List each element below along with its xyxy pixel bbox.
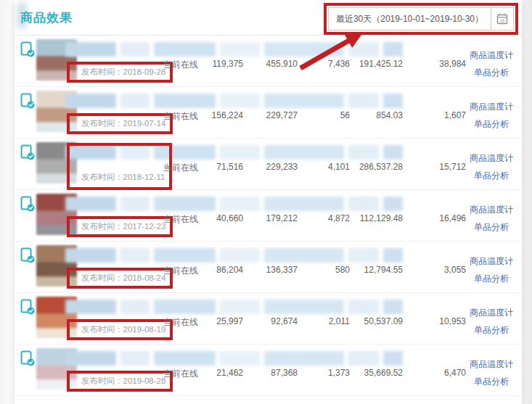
metric-value: 229,233	[241, 162, 298, 172]
product-table: 发布时间：2018-09-28 当前在线 119,375 455,910 7,4…	[15, 36, 522, 396]
product-performance-panel: 商品效果 最近30天（2019-10-01~2019-10-30） 15	[15, 0, 522, 404]
product-title-blurred[interactable]	[65, 197, 403, 211]
publish-date: 发布时间：2019-07-14	[81, 118, 165, 129]
device-check-icon	[20, 350, 35, 366]
product-row: 发布时间：2018-12-11 当前在线 71,516 229,233 4,10…	[15, 139, 522, 190]
link-item-analysis[interactable]: 单品分析	[467, 324, 515, 337]
link-item-analysis[interactable]: 单品分析	[467, 67, 515, 79]
metric-value: 229,727	[241, 110, 298, 120]
product-row: 发布时间：2019-08-19 当前在线 25,997 92,674 2,011…	[15, 293, 522, 345]
product-title-blurred[interactable]	[65, 248, 403, 263]
metric-value: 286,537.28	[332, 162, 403, 172]
product-row: 发布时间：2017-12-23 当前在线 40,660 179,212 4,87…	[15, 190, 522, 242]
device-check-icon	[20, 299, 35, 315]
product-title-blurred[interactable]	[65, 42, 403, 57]
link-item-analysis[interactable]: 单品分析	[467, 273, 515, 285]
device-check-icon	[20, 196, 35, 212]
metric-value: 21,462	[185, 368, 243, 378]
row-actions: 商品温度计 单品分析	[467, 139, 515, 189]
device-check-icon	[20, 41, 35, 57]
calendar-icon[interactable]: 15	[491, 8, 513, 30]
product-title-blurred[interactable]	[65, 300, 403, 314]
row-actions: 商品温度计 单品分析	[467, 293, 515, 344]
annotation-box-date-filter: 最近30天（2019-10-01~2019-10-30） 15	[324, 3, 518, 35]
row-actions: 商品温度计 单品分析	[467, 242, 515, 292]
metric-value: 15,712	[409, 162, 466, 172]
product-row: 发布时间：2019-08-28 当前在线 21,462 87,368 1,373…	[15, 345, 522, 396]
device-check-icon	[20, 93, 35, 109]
metric-value: 3,055	[409, 265, 466, 275]
publish-date: 发布时间：2018-09-28	[81, 67, 165, 78]
metric-value: 35,669.52	[332, 368, 403, 378]
date-range-label[interactable]: 最近30天（2019-10-01~2019-10-30）	[329, 13, 491, 25]
metric-value: 25,997	[185, 316, 243, 326]
page-title: 商品效果	[20, 9, 73, 26]
metric-value: 136,337	[241, 265, 298, 275]
row-actions: 商品温度计 单品分析	[467, 87, 515, 138]
link-product-thermometer[interactable]: 商品温度计	[467, 307, 515, 319]
metric-value: 1,607	[409, 110, 466, 120]
link-item-analysis[interactable]: 单品分析	[467, 170, 515, 182]
link-product-thermometer[interactable]: 商品温度计	[467, 358, 515, 371]
link-product-thermometer[interactable]: 商品温度计	[467, 152, 515, 165]
product-row: 发布时间：2018-08-24 当前在线 86,204 136,337 580 …	[15, 242, 522, 293]
annotation-box-publish-date: 发布时间：2019-08-19	[67, 319, 173, 340]
product-row: 发布时间：2018-09-28 当前在线 119,375 455,910 7,4…	[15, 36, 522, 87]
link-product-thermometer[interactable]: 商品温度计	[467, 101, 515, 113]
publish-date: 发布时间：2018-08-24	[81, 273, 165, 284]
metric-value: 10,953	[409, 316, 466, 326]
product-title-blurred[interactable]	[65, 94, 403, 108]
metric-value: 40,660	[185, 213, 243, 223]
metric-value: 6,470	[409, 368, 466, 378]
publish-date: 发布时间：2019-08-28	[81, 376, 165, 387]
metric-value: 191,425.12	[332, 59, 403, 69]
link-product-thermometer[interactable]: 商品温度计	[467, 49, 515, 62]
svg-text:15: 15	[500, 18, 505, 23]
metric-value: 38,984	[409, 59, 466, 69]
link-product-thermometer[interactable]: 商品温度计	[467, 255, 515, 268]
metric-value: 71,516	[185, 162, 243, 172]
metric-value: 50,537.09	[332, 316, 403, 326]
date-range-picker[interactable]: 最近30天（2019-10-01~2019-10-30） 15	[328, 7, 514, 30]
link-item-analysis[interactable]: 单品分析	[467, 221, 515, 234]
metric-value: 112,129.48	[332, 213, 403, 223]
annotation-box-publish-date: 发布时间：2018-12-11	[67, 143, 172, 190]
product-title-blurred[interactable]	[65, 351, 403, 366]
row-actions: 商品温度计 单品分析	[467, 190, 515, 241]
page: 商品效果 最近30天（2019-10-01~2019-10-30） 15	[0, 0, 532, 404]
annotation-box-publish-date: 发布时间：2017-12-23	[67, 216, 173, 237]
device-check-icon	[20, 247, 35, 263]
link-item-analysis[interactable]: 单品分析	[467, 118, 515, 131]
metric-value: 179,212	[241, 213, 298, 223]
metric-value: 92,674	[241, 316, 298, 326]
link-product-thermometer[interactable]: 商品温度计	[467, 204, 515, 216]
annotation-box-publish-date: 发布时间：2018-09-28	[67, 62, 173, 83]
metric-value: 119,375	[185, 59, 243, 69]
device-check-icon	[20, 144, 35, 160]
annotation-box-publish-date: 发布时间：2018-08-24	[67, 268, 173, 289]
metric-value: 16,496	[409, 213, 466, 223]
product-row: 发布时间：2019-07-14 当前在线 156,224 229,727 56 …	[15, 87, 522, 139]
metric-value: 455,910	[241, 59, 298, 69]
annotation-box-publish-date: 发布时间：2019-07-14	[67, 113, 173, 134]
link-item-analysis[interactable]: 单品分析	[467, 376, 515, 388]
publish-date: 发布时间：2018-12-11	[81, 172, 165, 183]
metric-value: 86,204	[185, 265, 243, 275]
publish-date: 发布时间：2017-12-23	[81, 221, 165, 232]
metric-value: 12,794.55	[332, 265, 403, 275]
metric-value: 854.03	[332, 110, 403, 120]
annotation-box-publish-date: 发布时间：2019-08-28	[67, 371, 173, 392]
row-actions: 商品温度计 单品分析	[467, 36, 515, 86]
row-actions: 商品温度计 单品分析	[467, 345, 515, 395]
metric-value: 156,224	[185, 110, 243, 120]
panel-header: 商品效果 最近30天（2019-10-01~2019-10-30） 15	[15, 0, 522, 36]
publish-date: 发布时间：2019-08-19	[81, 324, 165, 335]
metric-value: 87,368	[241, 368, 298, 378]
